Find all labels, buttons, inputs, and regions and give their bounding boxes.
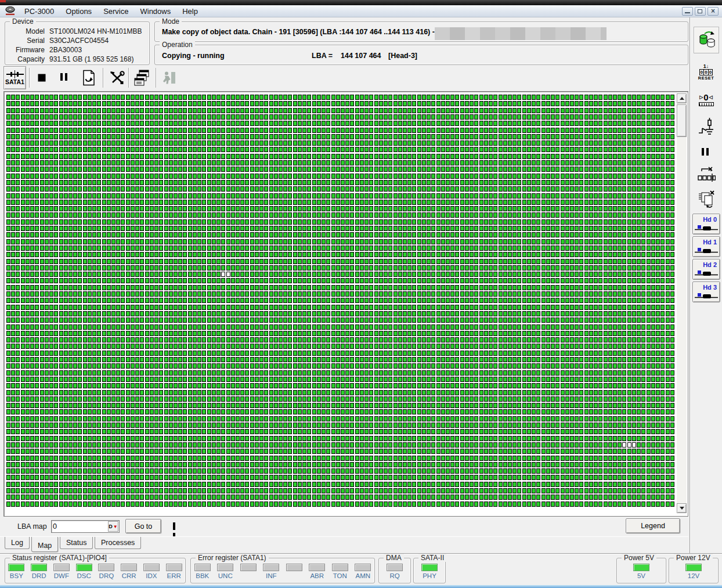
head-button-2[interactable]: Hd 2 <box>692 259 720 280</box>
sidebar-pause-button[interactable] <box>695 144 718 161</box>
lba-history-button[interactable]: D▼ <box>108 521 118 532</box>
arrow-up-icon <box>680 97 684 100</box>
map-scrollbar[interactable] <box>677 93 687 513</box>
led-label: ERR <box>167 572 180 580</box>
field-value: S30CJACFC04554 <box>49 36 109 45</box>
menu-item-pc-3000[interactable]: PC-3000 <box>19 6 60 17</box>
toolbar-separator <box>156 68 157 88</box>
app-logo-icon <box>5 6 15 16</box>
led-label: RQ <box>389 572 399 580</box>
head-button-label: Hd 1 <box>703 239 717 246</box>
report-button[interactable] <box>79 67 99 88</box>
close-button[interactable]: × <box>707 7 719 16</box>
led-ton: TON <box>329 564 351 580</box>
lba-map-label: LBA map <box>17 522 47 531</box>
tools-button[interactable] <box>107 67 127 88</box>
sata2-group: SATA-II PHY <box>413 558 446 583</box>
screen: PC-3000OptionsServiceWindowsHelp × Devic… <box>0 0 722 588</box>
dsc-indicator <box>76 564 92 571</box>
power-circuit-icon <box>698 118 715 138</box>
windows-cascade-button[interactable] <box>132 67 152 88</box>
desktop-red-corner <box>0 0 6 2</box>
led-label: DWF <box>54 572 69 580</box>
mode-text: Make copy of object data. Chain - 191 [3… <box>162 28 435 36</box>
reset-counter-button[interactable]: 1↓ 000 RESET <box>693 60 720 84</box>
device-groupbox: Device ModelST1000LM024 HN-M101MBBSerial… <box>5 21 150 65</box>
red-down-arrow-icon: ▼ <box>113 524 118 529</box>
scrollbar-thumb[interactable] <box>677 104 687 137</box>
head-map-button[interactable] <box>693 164 720 186</box>
reset-counter-icon: 1↓ 000 RESET <box>698 64 714 81</box>
head-button-0[interactable]: Hd 0 <box>692 214 720 235</box>
led-inf: INF <box>260 564 282 580</box>
12v-indicator <box>685 564 702 571</box>
power-switch-button[interactable] <box>693 115 720 140</box>
menubar: PC-3000OptionsServiceWindowsHelp <box>19 6 204 17</box>
operation-groupbox: Operation Copying - running LBA = 144 10… <box>154 45 688 65</box>
legend-button[interactable]: Legend <box>626 518 680 533</box>
sata2-caption: SATA-II <box>418 554 446 562</box>
scroll-down-button[interactable] <box>677 503 687 513</box>
zero-position-button[interactable]: ▷0◁ <box>693 88 720 111</box>
d-glyph: D <box>109 524 113 529</box>
field-value: ST1000LM024 HN-M101MBB <box>49 27 142 36</box>
menu-item-service[interactable]: Service <box>98 6 134 17</box>
led-label: UNC <box>218 572 233 580</box>
operation-head: [Head-3] <box>388 52 417 60</box>
drq-indicator <box>98 564 114 571</box>
lba-map-grid[interactable] <box>6 94 674 507</box>
pause-button[interactable] <box>55 67 75 88</box>
menu-item-windows[interactable]: Windows <box>134 6 176 17</box>
goto-button[interactable]: Go to <box>125 519 161 533</box>
head-button-1[interactable]: Hd 1 <box>692 236 720 257</box>
dwf-indicator <box>53 564 70 571</box>
make-copy-button[interactable] <box>694 27 719 53</box>
head-icon <box>695 293 718 300</box>
tab-status[interactable]: Status <box>60 537 93 549</box>
sata-connector-icon <box>6 70 24 78</box>
led-unc: UNC <box>214 564 236 580</box>
field-value: 2BA30003 <box>49 45 82 55</box>
exit-button[interactable] <box>159 67 179 88</box>
scroll-up-button[interactable] <box>677 93 687 103</box>
led-unlabeled <box>283 564 305 580</box>
toolbar-separator <box>103 68 104 88</box>
pause-icon <box>60 73 70 82</box>
drd-indicator <box>31 564 47 571</box>
led-label: TON <box>333 572 347 580</box>
copy-disk-icon <box>696 30 716 50</box>
head-button-3[interactable]: Hd 3 <box>692 282 720 302</box>
led-12v: 12V <box>683 564 705 580</box>
tools-icon <box>110 70 125 85</box>
menu-item-help[interactable]: Help <box>176 6 204 17</box>
sata1-port-button[interactable]: SATA1 <box>3 66 26 89</box>
lba-input[interactable] <box>53 521 108 532</box>
tab-map[interactable]: Map <box>31 537 58 552</box>
device-field-capacity: Capacity931.51 GB (1 953 525 168) <box>9 55 142 64</box>
right-sidebar: 1↓ 000 RESET ▷0◁ <box>689 17 722 553</box>
minimize-button[interactable] <box>682 7 693 16</box>
unc-indicator <box>217 564 233 571</box>
error-register-group: Error register (SATA1) BBKUNCINFABRTONAM… <box>190 558 375 583</box>
dma-caption: DMA <box>384 554 404 562</box>
menu-item-options[interactable]: Options <box>60 6 98 17</box>
error-register-caption: Error register (SATA1) <box>196 554 269 562</box>
tab-log[interactable]: Log <box>5 537 30 549</box>
led-phy: PHY <box>418 564 441 580</box>
bsy-indicator <box>8 564 24 571</box>
led-drd: DRD <box>28 564 50 580</box>
close-icon: × <box>708 8 718 15</box>
minimize-icon <box>685 12 690 13</box>
led-abr: ABR <box>306 564 328 580</box>
close-windows-button[interactable] <box>693 188 720 211</box>
mode-caption: Mode <box>160 17 182 26</box>
tab-processes[interactable]: Processes <box>95 537 141 549</box>
led-label: DRD <box>32 572 46 580</box>
restore-button[interactable] <box>695 7 706 16</box>
stop-button[interactable] <box>32 67 52 88</box>
led-crr: CRR <box>118 564 140 580</box>
mode-groupbox: Mode Make copy of object data. Chain - 1… <box>154 21 688 42</box>
close-cascade-icon <box>698 190 715 209</box>
device-caption: Device <box>10 17 36 26</box>
head-button-label: Hd 3 <box>703 284 717 291</box>
